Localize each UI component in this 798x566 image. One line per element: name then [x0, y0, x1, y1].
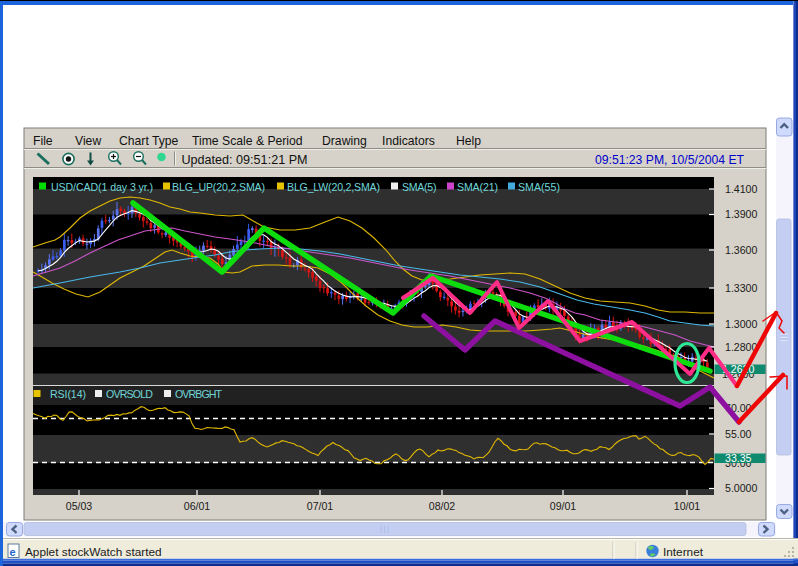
svg-text:Applet stockWatch started: Applet stockWatch started [25, 545, 162, 559]
svg-text:e: e [10, 546, 16, 558]
svg-text:SMA(55): SMA(55) [518, 181, 560, 193]
svg-text:05/03: 05/03 [66, 500, 93, 512]
svg-text:1.3300: 1.3300 [725, 282, 758, 294]
svg-text:OVRSOLD: OVRSOLD [106, 388, 153, 400]
svg-text:1.4100: 1.4100 [725, 183, 758, 195]
svg-text:07/01: 07/01 [307, 500, 334, 512]
svg-text:Help: Help [456, 134, 481, 148]
svg-text:USD/CAD(1 day 3 yr.): USD/CAD(1 day 3 yr.) [51, 181, 153, 193]
svg-text:55.00: 55.00 [725, 428, 752, 440]
svg-text:SMA(21): SMA(21) [457, 181, 498, 193]
svg-text:1.2800: 1.2800 [725, 341, 758, 353]
svg-text:10/01: 10/01 [674, 500, 701, 512]
svg-text:Internet: Internet [663, 545, 704, 559]
svg-text:Drawing: Drawing [322, 134, 367, 148]
svg-text:Updated: 09:51:21 PM: Updated: 09:51:21 PM [182, 153, 308, 167]
svg-text:08/02: 08/02 [429, 500, 456, 512]
svg-text:5.0000: 5.0000 [725, 482, 758, 494]
svg-text:Chart Type: Chart Type [119, 134, 179, 148]
svg-text:File: File [33, 134, 53, 148]
svg-text:1.3000: 1.3000 [725, 318, 758, 330]
svg-text:OVRBGHT: OVRBGHT [175, 388, 223, 400]
svg-text:09:51:23 PM, 10/5/2004 ET: 09:51:23 PM, 10/5/2004 ET [595, 153, 745, 167]
svg-text:1.3900: 1.3900 [725, 208, 758, 220]
svg-text:RSI(14): RSI(14) [50, 388, 86, 400]
svg-text:BLG_LW(20,2,SMA): BLG_LW(20,2,SMA) [287, 181, 380, 193]
svg-text:SMA(5): SMA(5) [402, 181, 437, 193]
svg-text:09/01: 09/01 [550, 500, 577, 512]
svg-text:Indicators: Indicators [382, 134, 435, 148]
svg-text:1.3600: 1.3600 [725, 244, 758, 256]
svg-text:06/01: 06/01 [184, 500, 211, 512]
svg-text:33.35: 33.35 [725, 452, 752, 464]
svg-text:BLG_UP(20,2,SMA): BLG_UP(20,2,SMA) [172, 181, 265, 193]
svg-text:Time Scale & Period: Time Scale & Period [192, 134, 303, 148]
svg-text:View: View [75, 134, 101, 148]
